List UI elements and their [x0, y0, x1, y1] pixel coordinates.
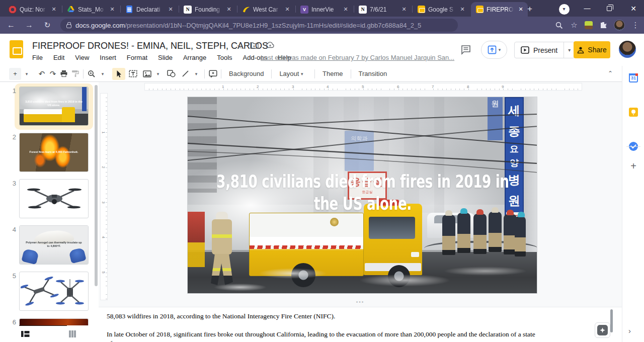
tab-date[interactable]: N 7/6/21 ✕ — [354, 2, 411, 17]
last-edit-link[interactable]: Last edit was made on February 7 by Carl… — [261, 54, 454, 61]
zoom-dropdown[interactable]: ▾ — [97, 68, 108, 80]
minimize-button[interactable]: — — [578, 0, 597, 17]
theme-button[interactable]: Theme — [317, 68, 348, 80]
share-button[interactable]: Share — [574, 41, 610, 58]
close-icon[interactable]: ✕ — [167, 6, 175, 14]
slide-number: 6 — [9, 318, 16, 326]
undo-button[interactable]: ↶ — [36, 68, 47, 80]
tab-fireproof-active[interactable]: FIREPRO ✕ — [471, 2, 528, 17]
explore-button[interactable] — [595, 322, 610, 338]
close-icon[interactable]: ✕ — [50, 6, 58, 14]
docs-icon — [125, 6, 133, 14]
image-dropdown[interactable]: ▾ — [152, 68, 164, 80]
keep-icon[interactable] — [629, 108, 638, 117]
document-title[interactable]: FIREPROOF DRONES! - EMINA, NEIL, STEPH, … — [32, 41, 268, 51]
close-icon[interactable]: ✕ — [458, 6, 466, 14]
close-icon[interactable]: ✕ — [400, 6, 408, 14]
back-button[interactable]: ← — [4, 21, 18, 30]
slide-number: 3 — [9, 180, 16, 187]
star-document-icon[interactable]: ☆ — [236, 42, 243, 51]
background-button[interactable]: Background — [224, 68, 269, 80]
slide-title-text[interactable]: 3,810 civilians died from fires in 2019 … — [188, 170, 537, 215]
present-quick-button[interactable]: ▾ — [481, 41, 507, 59]
close-icon[interactable]: ✕ — [342, 6, 350, 14]
new-slide-dropdown[interactable]: ▾ — [21, 68, 32, 80]
layout-button[interactable]: Layout ▾ — [274, 68, 312, 80]
slide-thumbnail-3[interactable] — [19, 179, 89, 218]
browser-profile-avatar[interactable] — [614, 20, 625, 31]
tab-title: 7/6/21 — [370, 6, 397, 13]
zoom-tool-button[interactable] — [86, 68, 97, 80]
maximize-button[interactable] — [600, 0, 619, 17]
grid-view-icon[interactable] — [69, 330, 76, 337]
zoom-page-icon[interactable] — [554, 21, 564, 30]
reload-button[interactable]: ↻ — [40, 21, 54, 30]
tab-quiz[interactable]: Quiz: Nor ✕ — [4, 2, 61, 17]
insert-shape-button[interactable] — [166, 68, 177, 80]
menu-insert[interactable]: Insert — [100, 54, 116, 61]
paint-format-button[interactable] — [69, 68, 80, 80]
print-button[interactable] — [58, 68, 69, 80]
menu-format[interactable]: Format — [127, 54, 147, 61]
present-button[interactable]: Present ▾ — [514, 42, 575, 58]
slides-icon — [417, 6, 425, 14]
notes-scrollbar[interactable] — [610, 309, 613, 332]
present-dropdown[interactable]: ▾ — [564, 42, 575, 58]
tab-innerview[interactable]: V InnerVie ✕ — [296, 2, 353, 17]
puzzle-extensions-icon[interactable] — [599, 21, 608, 30]
calendar-icon[interactable]: 31 — [629, 73, 638, 82]
close-icon[interactable]: ✕ — [283, 6, 291, 14]
move-folder-icon[interactable] — [250, 42, 259, 51]
extension-icon[interactable] — [585, 21, 593, 29]
cloud-status-icon[interactable] — [266, 42, 275, 51]
slide-filmstrip: 1 3,810 civilians died from fires in 201… — [0, 82, 99, 326]
tab-google-slides[interactable]: Google S ✕ — [413, 2, 469, 17]
menu-tools[interactable]: Tools — [217, 54, 232, 61]
new-slide-button[interactable]: + — [9, 68, 21, 80]
tab-founding[interactable]: N Founding ✕ — [179, 2, 236, 17]
close-icon[interactable]: ✕ — [225, 6, 233, 14]
new-tab-button[interactable]: + — [523, 3, 536, 16]
select-tool-button[interactable] — [112, 68, 125, 80]
transition-button[interactable]: Transition — [354, 68, 392, 80]
browser-menu-icon[interactable]: ⋮ — [631, 21, 640, 30]
tab-west[interactable]: West Car ✕ — [237, 2, 294, 17]
slide-thumbnail-1[interactable]: 3,810 civilians died from fires in 2019 … — [19, 87, 89, 126]
insert-image-button[interactable] — [141, 68, 152, 80]
notes-resize-handle[interactable]: ••• — [99, 299, 622, 305]
slide-thumbnail-6[interactable] — [19, 318, 89, 325]
menu-file[interactable]: File — [32, 54, 43, 61]
account-avatar[interactable] — [619, 41, 636, 58]
comment-history-icon[interactable] — [461, 45, 472, 55]
bookmark-star-icon[interactable]: ☆ — [570, 21, 579, 30]
present-label: Present — [533, 46, 557, 54]
collapse-toolbar-icon[interactable]: ⌃ — [608, 70, 613, 77]
slide-thumbnail-5[interactable] — [19, 272, 89, 311]
line-dropdown[interactable]: ▾ — [191, 68, 202, 80]
window-close-button[interactable]: ✕ — [623, 0, 644, 17]
add-addon-button[interactable]: + — [627, 160, 639, 172]
address-bar[interactable]: docs.google.com/presentation/d/1bN--DQtm… — [60, 19, 458, 32]
google-slides-logo[interactable] — [10, 40, 23, 58]
slide-thumbnail-2[interactable]: Forest fires burn at 4,000 Fahrenheit. — [19, 133, 89, 172]
redo-button[interactable]: ↷ — [47, 68, 58, 80]
forward-button[interactable]: → — [22, 21, 36, 30]
tab-stats[interactable]: Stats_Mo ✕ — [62, 2, 119, 17]
menu-arrange[interactable]: Arrange — [183, 54, 206, 61]
insert-line-button[interactable] — [180, 68, 191, 80]
close-icon[interactable]: ✕ — [108, 6, 116, 14]
text-box-button[interactable] — [127, 68, 138, 80]
download-status-icon[interactable]: ▾ — [556, 1, 572, 18]
filmstrip-view-icon[interactable] — [21, 330, 30, 337]
tab-declaration[interactable]: Declarati ✕ — [121, 2, 178, 17]
filmstrip-scrollbar[interactable] — [95, 85, 98, 286]
menu-edit[interactable]: Edit — [53, 54, 64, 61]
hide-panel-chevron[interactable]: › — [628, 326, 631, 335]
current-slide[interactable]: 의학과 응급실 응급실 원 세 종 요 양 병 원 응급실 — [187, 97, 537, 294]
menu-view[interactable]: View — [75, 54, 89, 61]
slide-thumbnail-4[interactable]: Polymer Aerogel can thermally insulate u… — [19, 225, 89, 265]
insert-comment-button[interactable] — [207, 68, 218, 80]
menu-slide[interactable]: Slide — [158, 54, 173, 61]
drone-image — [27, 185, 82, 213]
speaker-notes[interactable]: 58,083 wildfires in 2018, according to t… — [99, 307, 622, 342]
